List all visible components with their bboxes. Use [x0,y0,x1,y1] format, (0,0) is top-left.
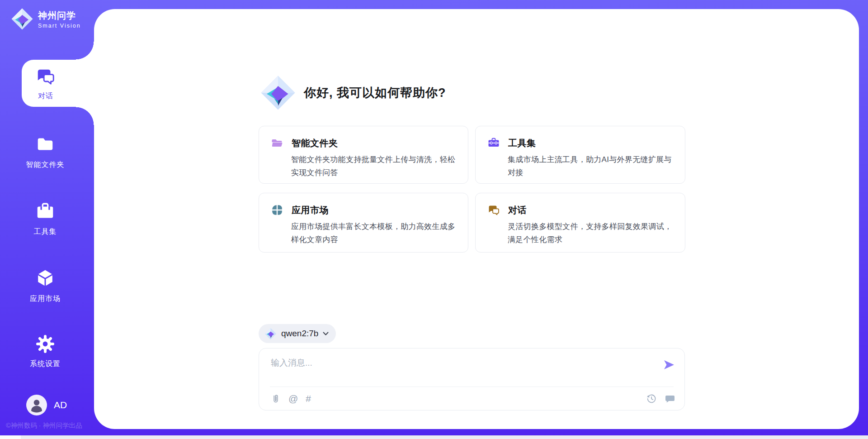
history-icon [646,393,657,404]
composer-divider [270,387,674,387]
brand-subtitle: Smart Vision [38,23,81,29]
model-selector[interactable]: qwen2:7b [259,324,336,343]
sidebar-item-settings[interactable]: 系统设置 [0,334,90,369]
user-name: AD [54,400,67,410]
hash-icon: # [306,393,311,404]
greeting-text: 你好, 我可以如何帮助你? [304,85,446,101]
card-description: 集成市场上主流工具，助力AI与外界无缝扩展与对接 [508,153,673,179]
sidebar-item-label: 智能文件夹 [0,160,90,170]
grid-icon [271,204,283,216]
greeting: 你好, 我可以如何帮助你? [260,75,446,111]
horizontal-scrollbar[interactable] [0,435,868,439]
app-window: 神州问学 Smart Vision 对话 智能文件夹 [0,0,868,439]
card-smart-folder[interactable]: 智能文件夹 智能文件夹功能支持批量文件上传与清洗，轻松实现文件问答 [259,126,468,184]
card-title: 智能文件夹 [292,137,338,149]
copyright-text: ©神州数码 · 神州问学出品 [6,421,82,430]
tab-notch-bottom [76,107,94,125]
feature-cards: 智能文件夹 智能文件夹功能支持批量文件上传与清洗，轻松实现文件问答 工具集 集成… [259,126,685,253]
folder-icon [0,134,90,157]
sidebar-item-chat[interactable]: 对话 [22,60,94,107]
sidebar-item-label: 工具集 [0,227,90,237]
sidebar-item-smart-folder[interactable]: 智能文件夹 [0,134,90,170]
paperclip-icon [271,394,281,404]
sidebar-item-app-market[interactable]: 应用市场 [0,268,90,304]
message-input[interactable] [271,357,646,383]
at-icon: @ [288,393,298,404]
attach-file-button[interactable] [271,394,281,404]
toolbox-icon [0,201,90,224]
card-description: 智能文件夹功能支持批量文件上传与清洗，轻松实现文件问答 [291,153,456,179]
send-icon [663,358,675,371]
sidebar-item-label: 对话 [38,91,53,101]
brand-diamond-logo-icon [11,8,33,30]
chat-bubble-icon [665,393,675,404]
send-button[interactable] [663,358,675,371]
toolbox-icon [487,137,500,149]
model-name: qwen2:7b [281,329,318,339]
history-button[interactable] [646,393,657,404]
composer-toolbar: @ # [271,392,675,406]
card-description: 灵活切换多模型文件，支持多样回复效果调试，满足个性化需求 [508,220,673,246]
card-description: 应用市场提供丰富长文本模板，助力高效生成多样化文章内容 [291,220,456,246]
message-composer: @ # [259,348,685,410]
hash-topic-button[interactable]: # [306,394,311,404]
greeting-diamond-logo-icon [260,75,296,111]
brand: 神州问学 Smart Vision [11,8,81,30]
sidebar-item-label: 系统设置 [0,359,90,369]
sidebar: 神州问学 Smart Vision 对话 智能文件夹 [0,0,94,439]
card-toolset[interactable]: 工具集 集成市场上主流工具，助力AI与外界无缝扩展与对接 [475,126,685,184]
scrollbar-corner [0,435,21,439]
user-avatar-button[interactable]: AD [26,395,67,415]
card-title: 应用市场 [292,204,329,216]
model-diamond-logo-icon [264,328,277,340]
tab-notch-top [76,42,94,60]
at-mention-button[interactable]: @ [288,394,298,404]
cube-icon [0,268,90,291]
chat-icon [487,204,500,216]
folder-icon [271,137,283,149]
gear-icon [0,334,90,356]
card-title: 对话 [508,204,527,216]
brand-name: 神州问学 [38,10,76,20]
card-chat[interactable]: 对话 灵活切换多模型文件，支持多样回复效果调试，满足个性化需求 [475,193,685,253]
chat-icon [35,66,56,88]
card-title: 工具集 [508,137,536,149]
chevron-down-icon [323,332,329,336]
sidebar-item-label: 应用市场 [0,294,90,304]
sidebar-item-toolset[interactable]: 工具集 [0,201,90,237]
avatar-person-icon [26,395,47,415]
card-app-market[interactable]: 应用市场 应用市场提供丰富长文本模板，助力高效生成多样化文章内容 [259,193,468,253]
chat-bubble-button[interactable] [665,393,675,404]
